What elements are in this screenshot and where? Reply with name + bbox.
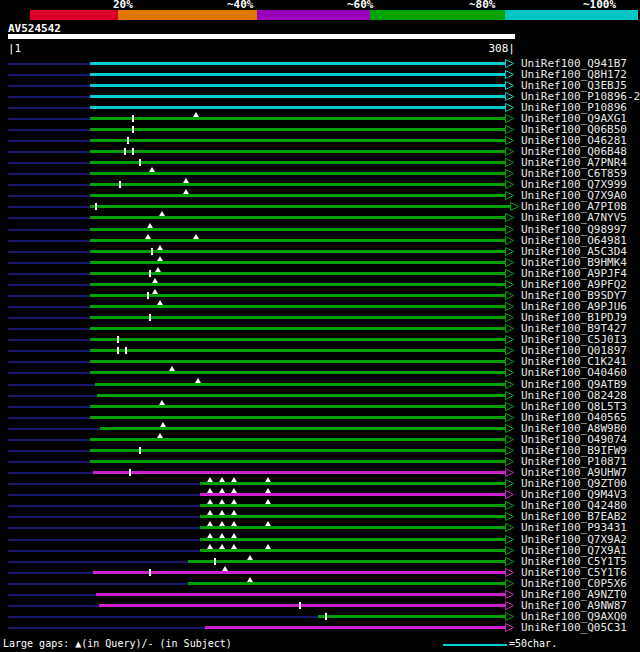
hit-bar[interactable] [95, 383, 505, 386]
hit-bar[interactable] [93, 471, 505, 474]
hit-bar[interactable] [90, 460, 505, 463]
query-context-line [8, 284, 90, 286]
hit-bar[interactable] [90, 305, 505, 308]
fifty-char-ruler-label: =50char. [509, 638, 557, 649]
alignment-row: UniRef100_O40460 [0, 367, 640, 378]
fifty-char-ruler-line [443, 644, 507, 646]
hit-bar[interactable] [90, 438, 505, 441]
hit-bar[interactable] [90, 128, 505, 131]
query-context-line [8, 505, 200, 507]
query-context-line [8, 406, 90, 408]
query-context-line [8, 140, 90, 142]
hit-bar[interactable] [205, 626, 505, 629]
subject-gap-tick [299, 602, 301, 609]
hit-bar[interactable] [96, 593, 505, 596]
hit-bar[interactable] [200, 538, 505, 541]
arrow-head-icon [505, 213, 515, 222]
hit-bar[interactable] [90, 449, 505, 452]
query-bar [8, 34, 515, 39]
arrow-head-icon [505, 512, 515, 521]
hit-bar[interactable] [90, 161, 505, 164]
hit-bar[interactable] [200, 504, 505, 507]
hit-bar[interactable] [90, 272, 505, 275]
query-context-line [8, 494, 200, 496]
query-context-line [8, 229, 90, 231]
hit-bar[interactable] [90, 84, 505, 87]
arrow-head-icon [505, 225, 515, 234]
hit-bar[interactable] [97, 394, 505, 397]
query-gap-marker-icon [152, 289, 158, 294]
query-context-line [8, 217, 90, 219]
hit-bar[interactable] [90, 228, 505, 231]
hit-bar[interactable] [90, 194, 505, 197]
hit-bar[interactable] [200, 549, 505, 552]
arrow-head-icon [505, 590, 515, 599]
hit-label[interactable]: UniRef100_Q05C31 [521, 622, 627, 633]
hit-bar[interactable] [200, 482, 505, 485]
query-gap-marker-icon [265, 544, 271, 549]
query-gap-marker-icon [149, 167, 155, 172]
subject-gap-tick [95, 203, 97, 210]
hit-bar[interactable] [90, 216, 505, 219]
hit-bar[interactable] [90, 239, 505, 242]
hit-bar[interactable] [200, 515, 505, 518]
hit-bar[interactable] [188, 582, 505, 585]
query-gap-marker-icon [219, 544, 225, 549]
hit-label[interactable]: UniRef100_P93431 [521, 522, 627, 533]
hit-bar[interactable] [200, 526, 505, 529]
hit-bar[interactable] [90, 95, 505, 98]
hit-bar[interactable] [90, 371, 505, 374]
hit-bar[interactable] [90, 73, 505, 76]
arrow-head-icon [505, 568, 515, 577]
subject-gap-tick [132, 115, 134, 122]
arrow-head-icon [505, 247, 515, 256]
hit-bar[interactable] [90, 172, 505, 175]
query-gap-marker-icon [207, 488, 213, 493]
query-gap-marker-icon [219, 477, 225, 482]
hit-bar[interactable] [200, 493, 505, 496]
hit-bar[interactable] [90, 117, 505, 120]
query-start-coordinate: |1 [8, 42, 21, 55]
arrow-head-icon [505, 623, 515, 632]
hit-bar[interactable] [90, 150, 505, 153]
hit-bar[interactable] [90, 261, 505, 264]
arrow-head-icon [505, 424, 515, 433]
subject-gap-tick [147, 292, 149, 299]
hit-bar[interactable] [90, 283, 505, 286]
hit-bar[interactable] [90, 294, 505, 297]
arrow-head-icon [505, 413, 515, 422]
query-context-line [8, 240, 90, 242]
arrow-head-icon [505, 368, 515, 377]
hit-bar[interactable] [90, 416, 505, 419]
subject-gap-tick [149, 270, 151, 277]
hit-bar[interactable] [90, 360, 505, 363]
hit-bar[interactable] [90, 349, 505, 352]
hit-bar[interactable] [93, 571, 505, 574]
arrow-head-icon [505, 357, 515, 366]
query-gap-marker-icon [207, 477, 213, 482]
query-gap-marker-icon [183, 178, 189, 183]
subject-gap-tick [139, 159, 141, 166]
hit-bar[interactable] [90, 405, 505, 408]
query-gap-marker-icon [231, 510, 237, 515]
arrow-head-icon [505, 158, 515, 167]
hit-bar[interactable] [90, 139, 505, 142]
hit-bar[interactable] [90, 106, 505, 109]
hit-bar[interactable] [188, 560, 505, 563]
arrow-head-icon [505, 302, 515, 311]
hit-bar[interactable] [90, 62, 505, 65]
query-context-line [8, 384, 95, 386]
arrow-head-icon [505, 501, 515, 510]
hit-label[interactable]: UniRef100_A7NYV5 [521, 212, 627, 223]
hit-bar[interactable] [318, 615, 505, 618]
hit-bar[interactable] [90, 327, 505, 330]
hit-bar[interactable] [90, 183, 505, 186]
hit-bar[interactable] [90, 316, 505, 319]
hit-label[interactable]: UniRef100_O40460 [521, 367, 627, 378]
arrow-head-icon [505, 446, 515, 455]
hit-bar[interactable] [100, 427, 505, 430]
query-gap-marker-icon [183, 189, 189, 194]
hit-bar[interactable] [90, 338, 505, 341]
hit-bar[interactable] [99, 604, 505, 607]
hit-bar[interactable] [90, 205, 510, 208]
